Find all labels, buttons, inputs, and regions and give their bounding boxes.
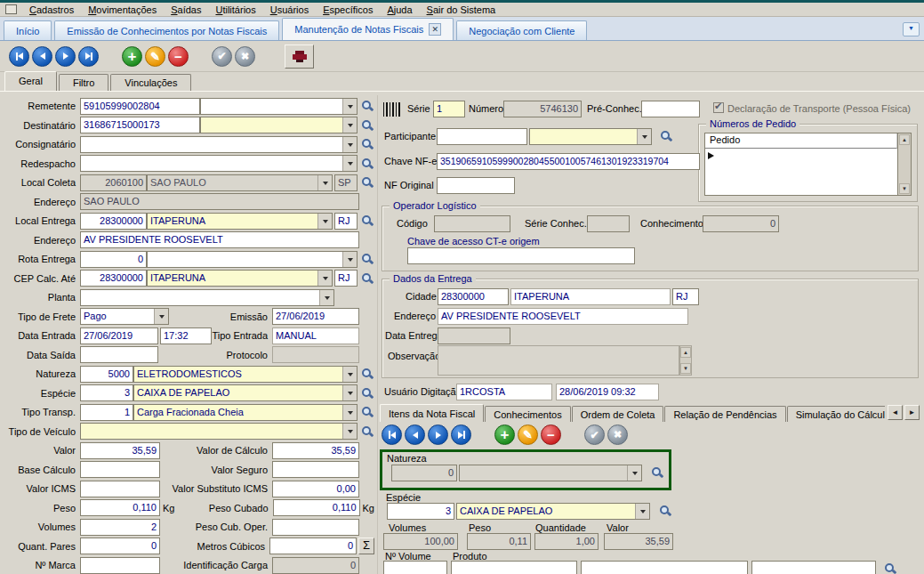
especie-combo[interactable]: CAIXA DE PAPELAO — [133, 384, 358, 401]
metros-cubicos-input[interactable]: 0 — [269, 538, 357, 554]
redespacho-combo[interactable] — [80, 155, 358, 172]
endereco-entrega-input[interactable]: AV PRESIDENTE ROOSEVELT — [80, 231, 359, 248]
remetente-code-input[interactable]: 59105999002804 — [80, 98, 200, 115]
local-entrega-code-input[interactable]: 28300000 — [80, 213, 147, 230]
dropdown-arrow-icon[interactable] — [342, 137, 357, 152]
detail-tab-ordem-coleta[interactable]: Ordem de Coleta — [572, 406, 664, 422]
item-produto-search-icon[interactable] — [883, 562, 897, 574]
dropdown-arrow-icon[interactable] — [317, 214, 332, 229]
tipo-frete-combo[interactable]: Pago — [80, 308, 169, 325]
destinatario-search-icon[interactable] — [360, 118, 374, 133]
dropdown-arrow-icon[interactable] — [342, 367, 357, 382]
scroll-down-icon[interactable] — [680, 363, 691, 374]
cep-calc-combo[interactable]: ITAPERUNA — [147, 270, 333, 287]
menu-cadastros[interactable]: Cadastros — [22, 4, 81, 15]
nav-first-button[interactable] — [9, 46, 29, 67]
item-num-volume-input[interactable] — [383, 561, 447, 574]
base-calculo-input[interactable] — [80, 461, 160, 478]
redespacho-search-icon[interactable] — [360, 157, 374, 171]
dropdown-arrow-icon[interactable] — [154, 309, 168, 324]
volumes-input[interactable]: 2 — [80, 519, 160, 536]
pedidos-grid[interactable]: Pedido — [704, 133, 912, 196]
delete-record-button[interactable] — [168, 46, 189, 67]
destinatario-combo[interactable] — [200, 117, 358, 133]
item-especie-code-input[interactable]: 3 — [387, 503, 454, 520]
subtab-geral[interactable]: Geral — [4, 71, 57, 91]
tabs-overflow-button[interactable] — [903, 22, 920, 36]
menu-movimentacoes[interactable]: Movimentações — [81, 4, 164, 15]
tab-emissao-conhecimentos[interactable]: Emissão de Conhecimentos por Notas Fisca… — [54, 20, 279, 40]
detail-tab-conhecimentos[interactable]: Conhecimentos — [485, 406, 570, 422]
peso-cubado-input[interactable]: 0,110 — [273, 499, 360, 516]
pedidos-column-header[interactable]: Pedido — [705, 133, 897, 149]
confirm-button[interactable] — [212, 46, 232, 67]
dropdown-arrow-icon[interactable] — [342, 405, 357, 420]
item-produto-desc-input[interactable] — [581, 561, 748, 574]
tab-manutencao-notas-fiscais[interactable]: Manutenção de Notas Fiscais — [282, 18, 454, 40]
menu-utilitarios[interactable]: Utilitários — [208, 4, 262, 15]
detail-tabs-scroll-left-button[interactable] — [888, 405, 903, 420]
operador-chave-input[interactable] — [407, 247, 635, 264]
natureza-code-input[interactable]: 5000 — [80, 366, 133, 383]
serie-input[interactable]: 1 — [433, 101, 465, 117]
dropdown-arrow-icon[interactable] — [637, 129, 651, 144]
emissao-input[interactable]: 27/06/2019 — [272, 308, 359, 325]
dropdown-arrow-icon[interactable] — [342, 156, 357, 171]
peso-input[interactable]: 0,110 — [80, 499, 160, 516]
item-especie-search-icon[interactable] — [658, 504, 672, 518]
dropdown-arrow-icon[interactable] — [317, 271, 332, 286]
local-coleta-search-icon[interactable] — [360, 175, 374, 190]
item-confirm-button[interactable] — [584, 424, 605, 445]
scroll-up-icon[interactable] — [899, 134, 910, 145]
menu-sair[interactable]: Sair do Sistema — [420, 4, 503, 15]
rota-entrega-combo[interactable] — [147, 251, 358, 268]
data-saida-input[interactable] — [80, 346, 158, 363]
valor-calculo-input[interactable]: 35,59 — [272, 442, 359, 459]
valor-input[interactable]: 35,59 — [80, 442, 160, 459]
especie-search-icon[interactable] — [360, 386, 374, 400]
item-insert-button[interactable] — [494, 424, 515, 445]
pedidos-grid-body[interactable] — [705, 149, 897, 195]
menu-usuarios[interactable]: Usuários — [263, 4, 316, 15]
local-entrega-uf-field[interactable]: RJ — [334, 213, 358, 230]
detail-tab-itens-nota-fiscal[interactable]: Itens da Nota Fiscal — [380, 404, 484, 422]
participante-search-icon[interactable] — [659, 129, 673, 143]
observacao-scrollbar[interactable] — [679, 345, 692, 376]
tipo-veiculo-combo[interactable] — [80, 423, 358, 440]
destinatario-code-input[interactable]: 31686715000173 — [80, 117, 200, 133]
scroll-down-icon[interactable] — [899, 183, 910, 194]
participante-combo[interactable] — [529, 128, 652, 145]
dropdown-arrow-icon[interactable] — [342, 117, 357, 133]
valor-icms-input[interactable] — [80, 481, 160, 497]
rota-entrega-code-input[interactable]: 0 — [80, 251, 147, 268]
tab-negociacao-cliente[interactable]: Negociação com Cliente — [456, 20, 587, 40]
item-nav-last-button[interactable] — [451, 424, 471, 445]
nav-last-button[interactable] — [78, 46, 99, 67]
data-entrada-date-input[interactable]: 27/06/2019 — [80, 327, 158, 344]
remetente-combo[interactable] — [200, 98, 358, 115]
pre-conhec-input[interactable] — [641, 101, 700, 117]
valor-subst-icms-input[interactable]: 0,00 — [272, 481, 359, 497]
detail-tabs-scroll-right-button[interactable] — [904, 405, 920, 420]
especie-code-input[interactable]: 3 — [80, 384, 133, 401]
valor-seguro-input[interactable] — [272, 461, 359, 478]
tab-close-icon[interactable] — [429, 23, 441, 36]
quant-pares-input[interactable]: 0 — [80, 538, 160, 554]
remetente-search-icon[interactable] — [360, 99, 374, 113]
menu-ajuda[interactable]: Ajuda — [380, 4, 419, 15]
tab-inicio[interactable]: Início — [4, 20, 52, 40]
tipo-veiculo-search-icon[interactable] — [360, 424, 374, 439]
item-cancel-button[interactable] — [607, 424, 628, 445]
nav-prior-button[interactable] — [32, 46, 52, 67]
item-especie-combo[interactable]: CAIXA DE PAPELAO — [456, 503, 650, 520]
planta-combo[interactable] — [80, 289, 334, 306]
dropdown-arrow-icon[interactable] — [635, 504, 649, 519]
nf-original-input[interactable] — [437, 177, 515, 194]
item-natureza-search-icon[interactable] — [650, 465, 664, 480]
entrega-cep-input[interactable]: 28300000 — [438, 288, 509, 305]
dropdown-arrow-icon[interactable] — [342, 99, 357, 114]
pedidos-scrollbar[interactable] — [897, 133, 911, 195]
peso-cub-oper-input[interactable] — [272, 519, 359, 536]
tipo-transp-search-icon[interactable] — [360, 405, 374, 419]
chave-nfe-input[interactable]: 3519065910599900280455001005746130192331… — [437, 153, 700, 170]
